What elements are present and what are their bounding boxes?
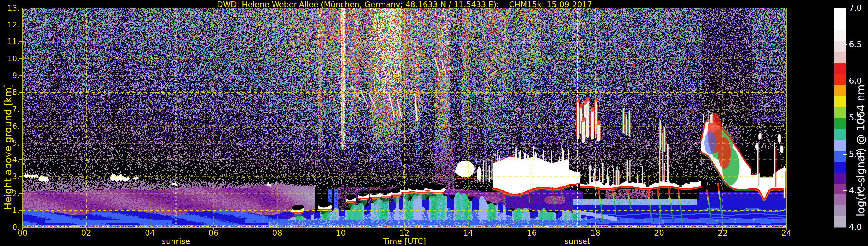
x-tick-label: 04 (138, 228, 161, 237)
y-tick-label: 10. (2, 54, 20, 63)
colorbar-segment (834, 216, 846, 227)
colorbar-segment (834, 8, 846, 20)
y-tick-label: 3. (2, 172, 20, 181)
y-tick-label: 1. (2, 206, 20, 215)
page-title: DWD: Helene-Weber-Allee (München, German… (23, 0, 786, 9)
x-axis-title: Time [UTC] (361, 237, 448, 246)
y-tick-label: 4. (2, 155, 20, 164)
y-tick-label: 9. (2, 71, 20, 80)
colorbar-segment (834, 85, 846, 96)
colorbar-segment (834, 63, 846, 74)
colorbar-tick-mark (843, 8, 847, 8)
colorbar-tick-label: 4.0 (849, 222, 868, 232)
x-tick-label: 14 (457, 228, 480, 237)
colorbar-segment (834, 140, 846, 151)
y-tick-label: 5. (2, 139, 20, 147)
x-tick-label: 16 (520, 228, 544, 237)
x-tick-label: 12 (393, 228, 416, 237)
sunrise-label: sunrise (132, 237, 219, 246)
colorbar-segment (834, 184, 846, 195)
y-tick-label: 2. (2, 189, 20, 198)
colorbar-segment (834, 20, 846, 30)
ceilometer-heatmap-canvas (23, 8, 786, 227)
colorbar-tick-label: 7.0 (849, 3, 868, 13)
colorbar-segment (834, 52, 846, 63)
colorbar-segment (834, 96, 846, 107)
y-tick-label: 8. (2, 88, 20, 97)
colorbar (834, 8, 846, 228)
y-tick-label: 13. (2, 3, 20, 12)
sunset-label: sunset (534, 237, 621, 246)
colorbar-tick-label: 6.5 (849, 40, 868, 49)
colorbar-segment (834, 41, 846, 52)
colorbar-segment (834, 206, 846, 216)
x-tick-label: 22 (711, 228, 734, 237)
y-tick-label: 6. (2, 122, 20, 130)
colorbar-tick-mark (843, 154, 847, 155)
colorbar-segment (834, 129, 846, 140)
y-tick-label: 12. (2, 20, 20, 29)
colorbar-segment (834, 107, 846, 118)
x-tick-label: 08 (266, 228, 289, 237)
x-tick-label: 24 (775, 228, 798, 237)
x-tick-label: 20 (648, 228, 671, 237)
colorbar-tick-mark (843, 190, 847, 191)
colorbar-segment (834, 162, 846, 173)
colorbar-tick-mark (843, 118, 847, 118)
x-tick-label: 00 (11, 228, 34, 237)
y-tick-label: 7. (2, 104, 20, 114)
x-tick-label: 02 (75, 228, 98, 237)
colorbar-segment (834, 173, 846, 184)
colorbar-segment (834, 30, 846, 41)
colorbar-tick-mark (843, 44, 847, 45)
x-tick-label: 18 (584, 228, 607, 237)
colorbar-segment (834, 194, 846, 206)
ceilometer-quicklook: DWD: Helene-Weber-Allee (München, German… (0, 0, 868, 246)
colorbar-tick-mark (843, 81, 847, 81)
colorbar-title: log(rc-signal) @ 1064 nm (855, 85, 867, 216)
colorbar-segment (834, 74, 846, 85)
y-tick-label: 11. (2, 37, 20, 46)
colorbar-segment (834, 118, 846, 129)
x-tick-label: 10 (329, 228, 352, 237)
colorbar-tick-mark (843, 227, 847, 227)
colorbar-segment (834, 151, 846, 162)
x-tick-label: 06 (202, 228, 225, 237)
